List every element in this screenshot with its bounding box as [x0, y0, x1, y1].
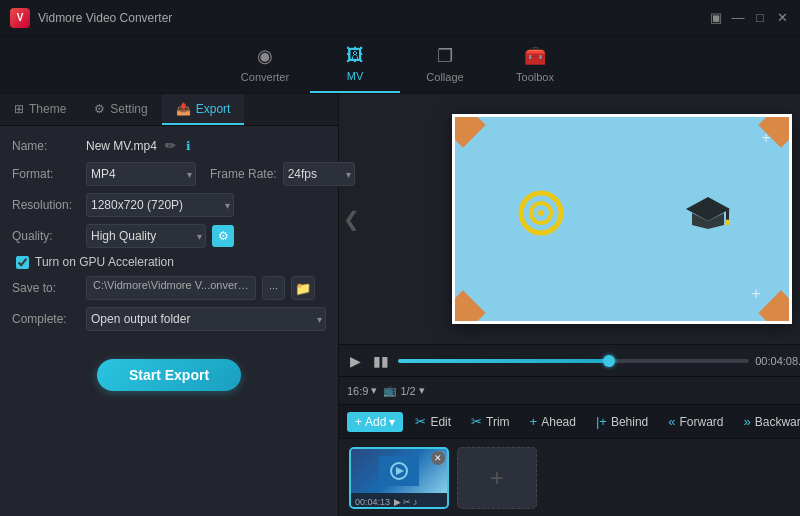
- app-title: Vidmore Video Converter: [38, 11, 172, 25]
- name-info-icon[interactable]: ℹ: [184, 137, 193, 155]
- quality-settings-icon[interactable]: ⚙: [212, 225, 234, 247]
- gpu-checkbox[interactable]: [16, 256, 29, 269]
- preview-logo-left: [515, 187, 567, 251]
- quality-label: Quality:: [12, 229, 80, 243]
- tab-mv[interactable]: 🖼 MV: [310, 36, 400, 93]
- app-icon: V: [10, 8, 30, 28]
- edit-icon: ✂: [415, 414, 426, 429]
- tab-collage-label: Collage: [426, 71, 463, 83]
- add-clip-button[interactable]: +: [457, 447, 537, 509]
- clip-indicator[interactable]: 📺 1/2 ▾: [383, 384, 424, 397]
- prev-arrow-icon[interactable]: ❮: [343, 207, 360, 231]
- sub-tab-setting-label: Setting: [110, 102, 147, 116]
- svg-point-2: [538, 210, 544, 216]
- preview-area: ❮: [339, 94, 800, 344]
- format-select-wrap: MP4: [86, 162, 196, 186]
- collage-icon: ❐: [437, 45, 453, 67]
- resolution-select[interactable]: 1280x720 (720P): [86, 193, 234, 217]
- add-icon: +: [355, 415, 362, 429]
- forward-button[interactable]: « Forward: [660, 411, 731, 432]
- tab-converter[interactable]: ◉ Converter: [220, 36, 310, 93]
- clip-action-icons: ▶ ✂ ♪: [394, 497, 418, 507]
- ahead-label: Ahead: [541, 415, 576, 429]
- clip-count-value: 1/2: [400, 385, 415, 397]
- browse-button[interactable]: ···: [262, 276, 285, 300]
- trim-label: Trim: [486, 415, 510, 429]
- complete-label: Complete:: [12, 312, 80, 326]
- monitor-icon: 📺: [383, 384, 397, 397]
- sub-tab-export[interactable]: 📤 Export: [162, 94, 245, 125]
- toolbox-icon: 🧰: [524, 45, 546, 67]
- sub-tab-theme[interactable]: ⊞ Theme: [0, 94, 80, 125]
- resolution-select-wrap: 1280x720 (720P): [86, 193, 234, 217]
- behind-label: Behind: [611, 415, 648, 429]
- tab-collage[interactable]: ❐ Collage: [400, 36, 490, 93]
- quality-select-wrap: High Quality: [86, 224, 206, 248]
- clip-scissors-icon: ✂: [403, 497, 411, 507]
- forward-label: Forward: [679, 415, 723, 429]
- export-icon: 📤: [176, 102, 191, 116]
- clip-indicator-chevron: ▾: [419, 384, 425, 397]
- behind-button[interactable]: |+ Behind: [588, 411, 656, 432]
- start-export-main-button[interactable]: Start Export: [97, 359, 241, 391]
- save-to-path: C:\Vidmore\Vidmore V...onverter\MV Expor…: [86, 276, 256, 300]
- edit-button[interactable]: ✂ Edit: [407, 411, 459, 432]
- complete-row: Complete: Open output folder: [12, 307, 326, 331]
- export-btn-wrap: Start Export: [0, 341, 338, 401]
- play-button[interactable]: ▶: [347, 351, 364, 371]
- aspect-ratio-button[interactable]: 16:9 ▾: [347, 384, 377, 397]
- timeline: ✕ 00:04:13 ▶ ✂ ♪ +: [339, 438, 800, 516]
- open-folder-icon[interactable]: 📁: [291, 276, 315, 300]
- trim-icon: ✂: [471, 414, 482, 429]
- tab-toolbox[interactable]: 🧰 Toolbox: [490, 36, 580, 93]
- format-label: Format:: [12, 167, 80, 181]
- stop-button[interactable]: ▮▮: [370, 351, 392, 371]
- bottom-controls: 16:9 ▾ 📺 1/2 ▾ Start Export: [339, 376, 800, 404]
- sub-tab-theme-label: Theme: [29, 102, 66, 116]
- message-icon[interactable]: ▣: [708, 10, 724, 26]
- corner-decoration-tl: [452, 114, 486, 148]
- save-to-row: Save to: C:\Vidmore\Vidmore V...onverter…: [12, 276, 326, 300]
- resolution-row: Resolution: 1280x720 (720P): [12, 193, 326, 217]
- complete-select[interactable]: Open output folder: [86, 307, 326, 331]
- theme-icon: ⊞: [14, 102, 24, 116]
- name-label: Name:: [12, 139, 80, 153]
- edit-label: Edit: [430, 415, 451, 429]
- ahead-button[interactable]: + Ahead: [522, 411, 584, 432]
- clip-play-icon: ▶: [394, 497, 401, 507]
- minimize-icon[interactable]: —: [730, 10, 746, 26]
- name-edit-icon[interactable]: ✏: [163, 136, 178, 155]
- complete-select-wrap: Open output folder: [86, 307, 326, 331]
- maximize-icon[interactable]: □: [752, 10, 768, 26]
- ahead-icon: +: [530, 414, 538, 429]
- export-form: Name: New MV.mp4 ✏ ℹ Format: MP4 Frame R…: [0, 126, 338, 341]
- toolbar: + Add ▾ ✂ Edit ✂ Trim + Ahead |+ Behind …: [339, 404, 800, 438]
- main-content: ⊞ Theme ⚙ Setting 📤 Export Name: New MV.…: [0, 94, 800, 516]
- converter-icon: ◉: [257, 45, 273, 67]
- tab-mv-label: MV: [347, 70, 364, 82]
- format-select[interactable]: MP4: [86, 162, 196, 186]
- svg-rect-5: [726, 209, 729, 221]
- time-display: 00:04:08.03/00:04:13.03: [755, 355, 800, 367]
- format-row: Format: MP4 Frame Rate: 24fps: [12, 162, 326, 186]
- trim-button[interactable]: ✂ Trim: [463, 411, 518, 432]
- backward-icon: »: [744, 414, 751, 429]
- sub-tabs: ⊞ Theme ⚙ Setting 📤 Export: [0, 94, 338, 126]
- add-button[interactable]: + Add ▾: [347, 412, 403, 432]
- corner-decoration-bl: [452, 290, 486, 324]
- preview-container: + +: [452, 114, 792, 324]
- quality-select[interactable]: High Quality: [86, 224, 206, 248]
- tab-toolbox-label: Toolbox: [516, 71, 554, 83]
- forward-icon: «: [668, 414, 675, 429]
- titlebar: V Vidmore Video Converter ▣ — □ ✕: [0, 0, 800, 36]
- close-icon[interactable]: ✕: [774, 10, 790, 26]
- corner-decoration-br: [758, 290, 792, 324]
- progress-track[interactable]: [398, 359, 749, 363]
- preview-frame: + +: [452, 114, 792, 324]
- timeline-clip-1[interactable]: ✕ 00:04:13 ▶ ✂ ♪: [349, 447, 449, 509]
- preview-plus-br: +: [751, 285, 760, 303]
- setting-icon: ⚙: [94, 102, 105, 116]
- sub-tab-setting[interactable]: ⚙ Setting: [80, 94, 161, 125]
- backward-button[interactable]: » Backward: [736, 411, 801, 432]
- clip-close-icon[interactable]: ✕: [431, 451, 445, 465]
